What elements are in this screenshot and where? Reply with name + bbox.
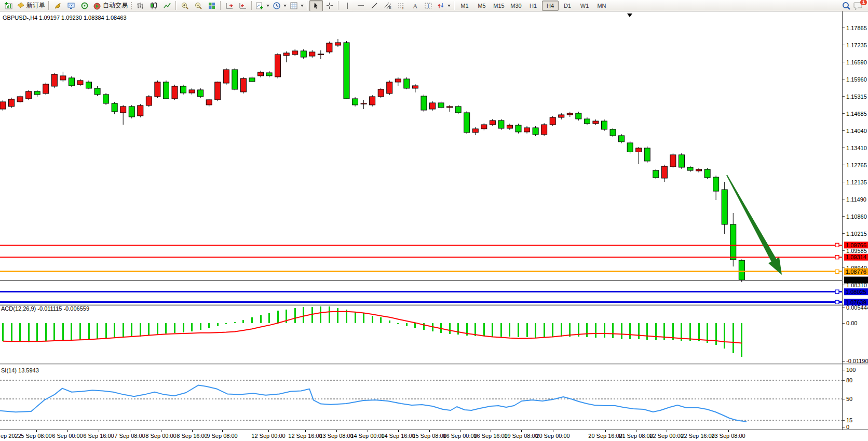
auto-trading-label: 自动交易 (103, 1, 128, 10)
text-button[interactable]: A (408, 0, 422, 11)
chart-shift-button[interactable] (236, 0, 250, 11)
timeframe-button-D1[interactable]: D1 (559, 1, 576, 11)
trendline-button[interactable] (368, 0, 381, 11)
dropdown-caret (283, 5, 287, 7)
timeframe-button-H4[interactable]: H4 (542, 1, 559, 11)
navigator-button[interactable] (78, 0, 91, 11)
candlestick-chart-icon (150, 2, 158, 10)
divider (220, 1, 221, 10)
text-label-button[interactable]: T (422, 0, 435, 11)
dropdown-caret (447, 5, 451, 7)
chart-shift-marker[interactable] (627, 14, 632, 17)
chat-button[interactable]: 1 (853, 1, 863, 10)
svg-text:1.12135: 1.12135 (846, 179, 867, 185)
price-axis: 1.178651.172351.165901.159601.153151.146… (842, 11, 868, 430)
svg-text:20 Sep 00:00: 20 Sep 00:00 (536, 433, 569, 439)
svg-text:15: 15 (846, 417, 852, 423)
rsi-panel: SI(14) 13.5943 (0, 367, 842, 422)
price-tag-1.09314: 1.09314 (844, 254, 868, 261)
divider (338, 1, 339, 10)
crosshair-button[interactable] (323, 0, 336, 11)
chart-title: GBPUSD-,H4 1.09197 1.09230 1.08384 1.084… (3, 15, 127, 21)
candles-layer (0, 39, 744, 282)
candlestick-chart-button[interactable] (147, 0, 160, 11)
svg-text:13 Sep 08:00: 13 Sep 08:00 (319, 433, 353, 439)
svg-text:50: 50 (846, 396, 852, 402)
svg-text:1.17865: 1.17865 (846, 25, 867, 31)
svg-text:1.15315: 1.15315 (846, 93, 867, 100)
svg-text:1.09314: 1.09314 (846, 254, 866, 260)
svg-text:0.00: 0.00 (846, 320, 857, 326)
new-chart-icon (4, 2, 12, 10)
hline-1.08776[interactable] (0, 270, 842, 273)
new-order-button[interactable]: 新订单 (15, 1, 47, 11)
zoom-in-icon (181, 2, 189, 10)
arrows-shapes-button[interactable] (435, 0, 452, 11)
crosshair-icon (326, 2, 334, 10)
market-watch-button[interactable] (64, 0, 78, 11)
svg-text:5 Sep 08:00: 5 Sep 08:00 (21, 433, 51, 439)
zoom-out-icon (194, 2, 202, 10)
quotes-icon (53, 2, 62, 10)
hline-1.09314[interactable] (0, 256, 842, 259)
search-icon (842, 1, 851, 10)
indicators-icon (255, 2, 264, 10)
line-chart-button[interactable] (160, 0, 174, 11)
svg-text:16 Sep 00:00: 16 Sep 00:00 (443, 433, 477, 439)
auto-trading-icon (93, 2, 101, 10)
chart-canvas[interactable]: ACD(12,26,9) -0.011115 -0.006559SI(14) 1… (0, 11, 868, 441)
svg-text:E: E (389, 6, 391, 9)
svg-text:15 Sep 08:00: 15 Sep 08:00 (412, 433, 446, 439)
new-chart-button[interactable] (2, 0, 15, 11)
zoom-in-button[interactable] (178, 0, 192, 11)
auto-scroll-button[interactable] (223, 0, 236, 11)
auto-trading-button[interactable]: 自动交易 (91, 1, 129, 11)
vertical-line-button[interactable] (341, 0, 354, 11)
timeframe-button-W1[interactable]: W1 (576, 1, 593, 11)
time-axis: ep 20225 Sep 08:006 Sep 00:006 Sep 16:00… (1, 430, 745, 439)
timeframe-button-M15[interactable]: M15 (491, 1, 507, 11)
timeframe-group: M1M5M15M30H1H4D1W1MN (456, 1, 610, 11)
divider (48, 1, 49, 10)
templates-button[interactable] (288, 0, 305, 11)
timeframe-button-MN[interactable]: MN (593, 1, 610, 11)
rsi-line (0, 385, 747, 422)
search-button[interactable] (839, 0, 853, 11)
tile-windows-button[interactable] (205, 0, 219, 11)
fibonacci-button[interactable]: F (395, 0, 408, 11)
timeframe-button-M30[interactable]: M30 (508, 1, 524, 11)
hline-1.08025[interactable] (0, 290, 842, 293)
tile-windows-icon (208, 2, 216, 10)
horizontal-line-button[interactable] (354, 0, 368, 11)
zoom-out-button[interactable] (192, 0, 205, 11)
price-tag-1.09766: 1.09766 (844, 242, 868, 248)
svg-text:1.10215: 1.10215 (846, 231, 867, 237)
fibonacci-icon: F (397, 2, 405, 10)
price-tag-1.08463: 1.08463 (844, 277, 868, 284)
timeframe-button-H1[interactable]: H1 (525, 1, 541, 11)
dropdown-caret (266, 5, 269, 7)
cursor-button[interactable] (309, 0, 323, 11)
macd-label: ACD(12,26,9) -0.011115 -0.006559 (1, 305, 89, 312)
cursor-icon (312, 2, 320, 10)
timeframe-button-M5[interactable]: M5 (473, 1, 490, 11)
equidistant-channel-button[interactable]: E (381, 0, 395, 11)
indicators-button[interactable] (254, 0, 271, 11)
svg-text:ep 2022: ep 2022 (1, 433, 21, 439)
svg-text:16 Sep 16:00: 16 Sep 16:00 (473, 433, 507, 439)
price-tag-1.08025: 1.08025 (844, 288, 868, 295)
periods-button[interactable] (271, 0, 288, 11)
bar-chart-button[interactable] (133, 0, 147, 11)
svg-text:1.09766: 1.09766 (846, 242, 866, 248)
hline-1.09766[interactable] (0, 243, 842, 247)
svg-text:T: T (427, 3, 430, 9)
divider (251, 1, 252, 10)
svg-text:1.08776: 1.08776 (846, 269, 866, 275)
price-tag-1.08776: 1.08776 (844, 268, 868, 275)
quotes-button[interactable] (51, 0, 64, 11)
line-chart-icon (163, 2, 171, 10)
rsi-label: SI(14) 13.5943 (1, 367, 39, 373)
hline-1.07639[interactable] (0, 300, 842, 304)
navigator-icon (80, 2, 89, 10)
timeframe-button-M1[interactable]: M1 (456, 1, 473, 11)
